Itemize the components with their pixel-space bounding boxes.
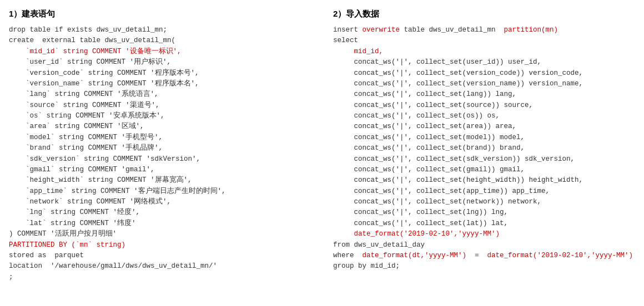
code-line: stored as parquet <box>9 251 311 261</box>
code-line: `source` string COMMENT '渠道号', <box>9 100 311 111</box>
code-line: `version_name` string COMMENT '程序版本名', <box>9 79 311 89</box>
code-line: PARTITIONED BY (`mn` string) <box>9 240 311 251</box>
code-line: `height_width` string COMMENT '屏幕宽高', <box>9 175 311 186</box>
right-column: 2）导入数据 insert overwrite table dws_uv_det… <box>333 9 635 272</box>
code-line: `version_code` string COMMENT '程序版本号', <box>9 68 311 79</box>
left-code: drop table if exists dws_uv_detail_mn;cr… <box>9 25 311 283</box>
code-line: drop table if exists dws_uv_detail_mn; <box>9 25 311 35</box>
code-line: ) COMMENT '活跃用户按月明细' <box>9 229 311 239</box>
main-container: 1）建表语句 drop table if exists dws_uv_detai… <box>9 9 635 283</box>
left-title: 1）建表语句 <box>9 9 311 19</box>
right-title: 2）导入数据 <box>333 9 635 19</box>
code-line: `model` string COMMENT '手机型号', <box>9 132 311 143</box>
left-column: 1）建表语句 drop table if exists dws_uv_detai… <box>9 9 311 283</box>
code-line: `sdk_version` string COMMENT 'sdkVersion… <box>9 154 311 165</box>
code-line: `lng` string COMMENT '经度', <box>9 207 311 218</box>
code-line: `gmail` string COMMENT 'gmail', <box>9 165 311 175</box>
code-line: `app_time` string COMMENT '客户端日志产生时的时间', <box>9 186 311 197</box>
code-line: create external table dws_uv_detail_mn( <box>9 35 311 46</box>
code-line: location '/warehouse/gmall/dws/dws_uv_de… <box>9 261 311 272</box>
code-line: `lat` string COMMENT '纬度' <box>9 218 311 229</box>
right-code: insert overwrite table dws_uv_detail_mn … <box>333 25 635 272</box>
code-line: `network` string COMMENT '网络模式', <box>9 197 311 207</box>
code-line: `user_id` string COMMENT '用户标识', <box>9 57 311 68</box>
code-line: `mid_id` string COMMENT '设备唯一标识', <box>9 47 311 57</box>
code-line: `lang` string COMMENT '系统语言', <box>9 89 311 100</box>
code-line: ; <box>9 272 311 283</box>
code-line: `area` string COMMENT '区域', <box>9 121 311 132</box>
code-line: `os` string COMMENT '安卓系统版本', <box>9 111 311 121</box>
code-line: `brand` string COMMENT '手机品牌', <box>9 143 311 154</box>
